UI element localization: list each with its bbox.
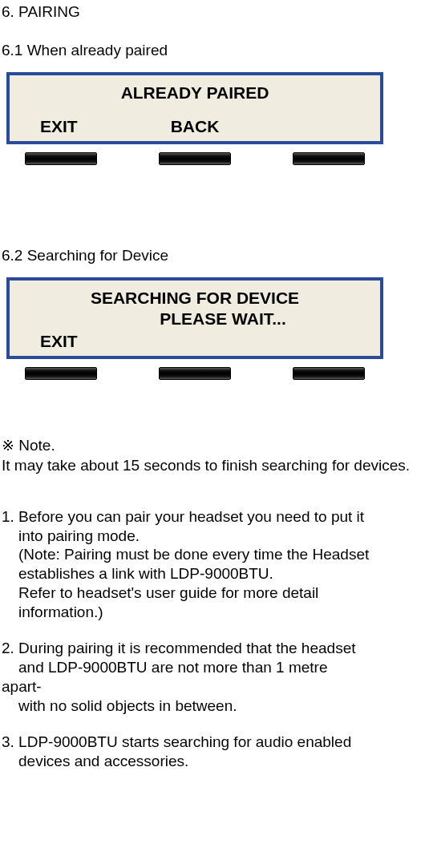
step-2-line: apart- [2,677,423,696]
lcd-already-paired: ALREADY PAIRED EXIT BACK [6,72,383,144]
step-2-line: with no solid objects in between. [2,696,423,716]
step-1-line: (Note: Pairing must be done every time t… [2,545,423,564]
step-2: 2. During pairing it is recommended that… [2,639,423,715]
step-2-line: and LDP-9000BTU are not more than 1 metr… [2,658,423,677]
hw-button-left[interactable] [25,152,97,165]
step-1-line: into pairing mode. [2,527,423,546]
section-title: 6. PAIRING [2,3,423,21]
hw-button-right[interactable] [293,367,365,380]
step-3-line: devices and accessories. [2,752,423,771]
hw-button-center[interactable] [159,367,231,380]
lcd-line-1: ALREADY PAIRED [19,83,370,103]
lcd-line-1: SEARCHING FOR DEVICE [19,289,370,308]
softkey-label-exit: EXIT [19,332,144,351]
step-1-line: information.) [2,603,423,622]
lcd-softkey-row: EXIT BACK [19,117,370,136]
hardware-button-row-2 [6,367,383,380]
lcd-searching: SEARCHING FOR DEVICE PLEASE WAIT... EXIT [6,277,383,359]
note-text: It may take about 15 seconds to finish s… [2,456,423,475]
softkey-label-exit: EXIT [19,117,144,136]
lcd-line-2: PLEASE WAIT... [19,309,370,329]
hardware-button-row-1 [6,152,383,165]
subsection-6-2-title: 6.2 Searching for Device [2,247,423,264]
step-1-line: establishes a link with LDP-9000BTU. [2,564,423,583]
hw-button-left[interactable] [25,367,97,380]
step-1-line: Refer to headset's user guide for more d… [2,583,423,603]
softkey-label-right [246,332,370,351]
step-3-line: 3. LDP-9000BTU starts searching for audi… [2,733,351,750]
step-1-line: 1. Before you can pair your headset you … [2,508,364,525]
subsection-6-1-title: 6.1 When already paired [2,42,423,59]
hw-button-right[interactable] [293,152,365,165]
step-1: 1. Before you can pair your headset you … [2,507,423,622]
hw-button-center[interactable] [159,152,231,165]
softkey-label-center [144,332,247,351]
softkey-label-right [246,117,370,136]
note-label: ※ Note. [2,436,423,454]
lcd-softkey-row: EXIT [19,332,370,351]
step-2-line: 2. During pairing it is recommended that… [2,640,355,656]
softkey-label-back: BACK [144,117,247,136]
step-3: 3. LDP-9000BTU starts searching for audi… [2,733,423,771]
